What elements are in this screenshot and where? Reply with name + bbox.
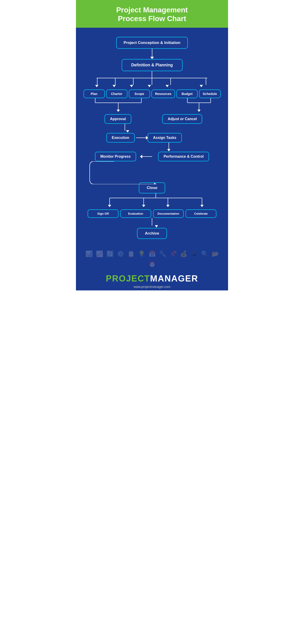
main-container: Project Management Process Flow Chart Pr… (76, 0, 228, 290)
budget-node: Budget (176, 90, 198, 98)
approval-adjust-row: Approval Adjust or Cancel (80, 114, 224, 124)
performance-control-node: Performance & Control (158, 152, 209, 161)
brand-footer: PROJECTMANAGER www.projectmanager.com (76, 270, 228, 290)
svg-marker-36 (142, 205, 145, 207)
svg-marker-40 (200, 205, 204, 207)
monitor-progress-node: Monitor Progress (95, 152, 136, 161)
charter-node: Charter (106, 90, 127, 98)
definition-node: Definition & Planning (122, 59, 183, 71)
six-nodes-row: Plan Charter Scope Resources Budget Sche… (83, 90, 221, 98)
svg-marker-38 (166, 205, 170, 207)
svg-marker-29 (167, 149, 170, 151)
execution-assign-row: Execution Assign Tasks (80, 133, 224, 142)
close-node-wrapper: Close (139, 182, 165, 194)
brand-manager: MANAGER (150, 274, 198, 283)
svg-marker-12 (148, 85, 151, 87)
archive-node: Archive (137, 228, 167, 239)
svg-marker-24 (197, 110, 201, 112)
final-four-nodes-row: Sign Off Evaluation Documentation Celebr… (88, 210, 216, 218)
sign-off-node: Sign Off (88, 210, 118, 218)
svg-marker-11 (130, 85, 133, 87)
monitor-to-close-curve (80, 161, 224, 184)
svg-marker-27 (126, 130, 129, 132)
svg-marker-34 (108, 205, 111, 207)
resources-node: Resources (151, 90, 175, 98)
assign-to-performance-line (80, 142, 224, 152)
main-title: Project Management Process Flow Chart (80, 6, 224, 23)
flowchart: Project Conception & Initiation Definiti… (76, 28, 228, 248)
icon-decorations: 📊 📈 🔄 ⚙️ 📋 💡 📅 🔧 📌 💰 📱 🔍 📂 ⏰ (76, 248, 228, 270)
close-node: Close (139, 182, 165, 194)
header: Project Management Process Flow Chart (76, 0, 228, 28)
lower-branch-lines (83, 98, 221, 114)
execution-node: Execution (106, 133, 135, 142)
documentation-node: Documentation (153, 210, 184, 218)
evaluation-node: Evaluation (120, 210, 151, 218)
monitor-performance-row: Monitor Progress Performance & Control (80, 152, 224, 161)
approval-node: Approval (104, 114, 131, 124)
close-branch-lines (95, 194, 209, 210)
scope-node: Scope (129, 90, 150, 98)
svg-marker-13 (166, 85, 169, 87)
svg-marker-14 (200, 85, 203, 87)
adjust-cancel-node: Adjust or Cancel (162, 114, 202, 124)
plan-node: Plan (83, 90, 105, 98)
assign-tasks-node: Assign Tasks (148, 133, 182, 142)
svg-marker-42 (155, 225, 158, 228)
svg-marker-10 (113, 85, 116, 87)
approval-to-execution-line (80, 124, 224, 133)
celebrate-node: Celebrate (186, 210, 216, 218)
brand-url: www.projectmanager.com (134, 285, 170, 288)
doc-to-archive-line (80, 218, 224, 228)
conception-node: Project Conception & Initiation (116, 37, 188, 49)
svg-marker-19 (117, 110, 120, 112)
brand-project: PROJECT (106, 274, 150, 283)
branch-lines (88, 71, 216, 90)
schedule-node: Schedule (199, 90, 221, 98)
svg-marker-9 (95, 85, 98, 87)
